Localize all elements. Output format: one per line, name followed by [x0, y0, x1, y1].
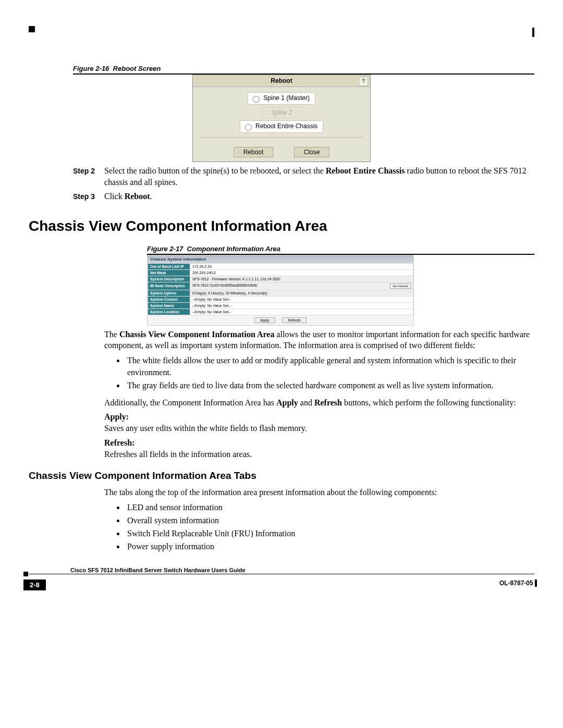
- section-heading: Chassis View Component Information Area: [29, 218, 534, 235]
- footer-doc-id: OL-8787-05: [499, 579, 537, 587]
- list-item: Overall system information: [125, 514, 534, 526]
- help-icon[interactable]: ?: [359, 77, 368, 86]
- set-default-button[interactable]: Set Default: [390, 283, 411, 289]
- crop-marks: [29, 26, 534, 33]
- radio-label: Spine 2: [271, 109, 292, 116]
- refresh-button[interactable]: Refresh: [282, 317, 307, 323]
- row-label: System Name: [148, 302, 190, 309]
- step-2: Step 2 Select the radio button of the sp…: [73, 165, 534, 188]
- table-row: IB Node DescriptionSFS-7012 GUID=0x0005a…: [148, 282, 413, 290]
- list-item: LED and sensor information: [125, 501, 534, 513]
- apply-text: Saves any user edits within the white fi…: [104, 423, 534, 434]
- dialog-titlebar: Reboot ?: [193, 75, 370, 87]
- row-label: IB Node Description: [148, 282, 190, 290]
- row-value[interactable]: --Empty; No Value Set--: [190, 296, 413, 302]
- radio-label: Spine 1 (Master): [263, 94, 310, 102]
- chassis-info-table: Out of Band LAN IP172.26.2.24Net Mask255…: [148, 263, 413, 315]
- footer-page-number: 2-8: [23, 579, 46, 590]
- tabs-intro: The tabs along the top of the informatio…: [104, 487, 534, 498]
- row-label: Out of Band LAN IP: [148, 263, 190, 269]
- table-row: System Contact--Empty; No Value Set--: [148, 296, 413, 302]
- tabs-list: LED and sensor informationOverall system…: [115, 501, 534, 553]
- step-text: Select the radio button of the spine(s) …: [104, 165, 534, 188]
- figure-caption: Figure 2-17 Component Information Area: [147, 245, 534, 253]
- row-value[interactable]: 255.255.240.0: [190, 269, 413, 276]
- table-row: Net Mask255.255.240.0: [148, 269, 413, 276]
- body-paragraph: The Chassis View Component Information A…: [104, 329, 534, 351]
- step-label: Step 3: [73, 192, 104, 202]
- step-3: Step 3 Click Reboot.: [73, 191, 534, 202]
- close-button[interactable]: Close: [294, 147, 330, 157]
- apply-button[interactable]: Apply: [254, 317, 275, 323]
- list-item: Switch Field Replaceable Unit (FRU) Info…: [125, 527, 534, 539]
- radio-label: Reboot Entire Chassis: [255, 122, 317, 130]
- step-text: Click Reboot.: [104, 191, 534, 202]
- refresh-text: Refreshes all fields in the information …: [104, 449, 534, 460]
- footer-book-title: Cisco SFS 7012 InfiniBand Server Switch …: [70, 567, 246, 573]
- row-label: System Location: [148, 309, 190, 315]
- apply-heading: Apply:: [104, 412, 534, 422]
- panel-header: Chassis System Information: [148, 255, 413, 263]
- list-item: Power supply information: [125, 540, 534, 552]
- page-footer: Cisco SFS 7012 InfiniBand Server Switch …: [29, 576, 534, 589]
- figure-caption: Figure 2-16 Reboot Screen: [73, 65, 534, 72]
- row-label: Net Mask: [148, 269, 190, 276]
- table-row: System DescriptionSFS-7012 - Firmware Ve…: [148, 276, 413, 282]
- body-paragraph: Additionally, the Component Information …: [104, 397, 534, 409]
- row-value[interactable]: 172.26.2.24: [190, 263, 413, 269]
- row-label: System Description: [148, 276, 190, 282]
- row-value: SFS-7012 GUID=0x0005ad000004266bSet Defa…: [190, 282, 413, 290]
- dialog-title: Reboot: [271, 77, 292, 84]
- row-label: System Uptime: [148, 290, 190, 296]
- table-row: Out of Band LAN IP172.26.2.24: [148, 263, 413, 269]
- table-row: System Name--Empty; No Value Set--: [148, 302, 413, 309]
- reboot-dialog: Reboot ? Spine 1 (Master) Spine 2 Reboot…: [192, 75, 371, 162]
- subsection-heading: Chassis View Component Information Area …: [29, 470, 534, 482]
- reboot-button[interactable]: Reboot: [234, 147, 274, 157]
- field-type-list: The white fields allow the user to add o…: [115, 354, 534, 392]
- row-label: System Contact: [148, 296, 190, 302]
- reboot-option-spine2: Spine 2: [261, 107, 302, 118]
- reboot-option-entire-chassis[interactable]: Reboot Entire Chassis: [240, 120, 324, 133]
- list-item: The gray fields are tied to live data fr…: [125, 379, 534, 391]
- table-row: System Location--Empty; No Value Set--: [148, 309, 413, 315]
- row-value[interactable]: --Empty; No Value Set--: [190, 309, 413, 315]
- table-row: System Uptime0 Day(s), 0 Hour(s), 10 Min…: [148, 290, 413, 296]
- row-value: 0 Day(s), 0 Hour(s), 10 Minute(s), 4 Sec…: [190, 290, 413, 296]
- chassis-info-panel: Chassis System Information Out of Band L…: [147, 255, 414, 326]
- step-label: Step 2: [73, 166, 104, 176]
- refresh-heading: Refresh:: [104, 438, 534, 448]
- radio-entire[interactable]: [245, 124, 252, 131]
- reboot-option-spine1[interactable]: Spine 1 (Master): [248, 92, 315, 105]
- row-value[interactable]: --Empty; No Value Set--: [190, 302, 413, 309]
- list-item: The white fields allow the user to add o…: [125, 354, 534, 378]
- radio-spine1[interactable]: [253, 96, 260, 103]
- row-value: SFS-7012 - Firmware Version: 4.1.1.1.11,…: [190, 276, 413, 282]
- footer-rule: [29, 574, 534, 574]
